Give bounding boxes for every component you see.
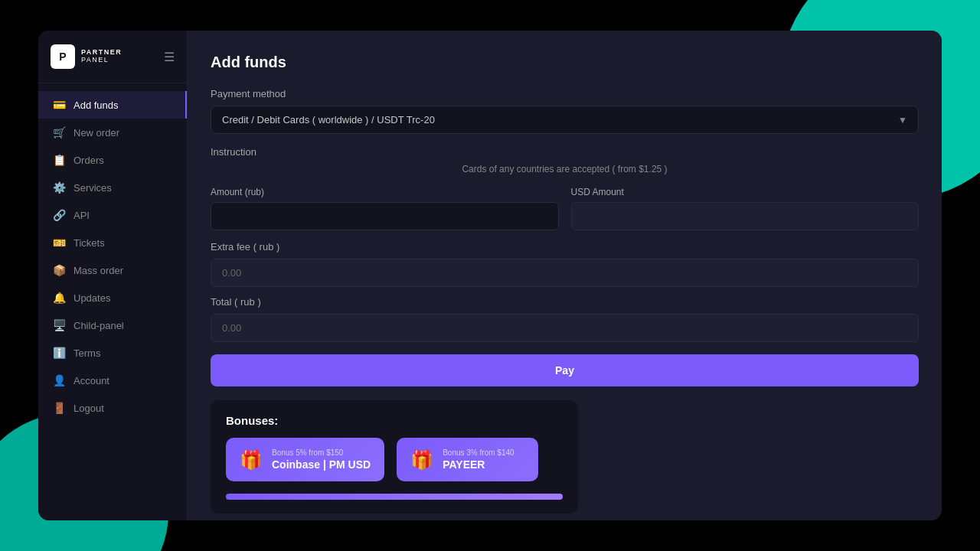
bonuses-section: Bonuses: 🎁 Bonus 5% from $150 Coinbase |… xyxy=(211,400,578,514)
instruction-label: Instruction xyxy=(211,146,919,158)
sidebar-header: P PARTNER PANEL ☰ xyxy=(38,31,187,83)
terms-icon: ℹ️ xyxy=(52,347,66,359)
sidebar-item-updates[interactable]: 🔔 Updates xyxy=(38,284,187,311)
new-order-icon: 🛒 xyxy=(52,126,66,139)
sidebar-nav: 💳 Add funds 🛒 New order 📋 Orders ⚙️ Serv… xyxy=(38,83,187,520)
mass-order-icon: 📦 xyxy=(52,264,66,276)
bonus-card-payeer[interactable]: 🎁 Bonus 3% from $140 PAYEER xyxy=(397,438,538,481)
services-icon: ⚙️ xyxy=(52,181,66,194)
extra-fee-section: Extra fee ( rub ) xyxy=(211,241,919,287)
bonus-card-coinbase[interactable]: 🎁 Bonus 5% from $150 Coinbase | PM USD xyxy=(226,438,384,481)
orders-icon: 📋 xyxy=(52,154,66,166)
bonus-info-payeer: Bonus 3% from $140 PAYEER xyxy=(443,448,514,471)
total-section: Total ( rub ) xyxy=(211,296,919,342)
sidebar-item-updates-label: Updates xyxy=(74,292,110,304)
sidebar-item-services-label: Services xyxy=(74,182,112,194)
payment-method-selected: Credit / Debit Cards ( worldwide ) / USD… xyxy=(222,114,435,126)
bonuses-title: Bonuses: xyxy=(226,414,563,427)
sidebar-item-logout-label: Logout xyxy=(74,403,104,414)
bonus-payeer-name: PAYEER xyxy=(443,458,514,471)
usd-amount-group: USD Amount xyxy=(571,187,920,230)
sidebar-item-child-panel[interactable]: 🖥️ Child-panel xyxy=(38,311,187,339)
logo-icon: P xyxy=(51,44,75,69)
child-panel-icon: 🖥️ xyxy=(52,319,66,331)
instruction-text: Cards of any countries are accepted ( fr… xyxy=(211,164,919,174)
total-label: Total ( rub ) xyxy=(211,296,919,308)
usd-amount-label: USD Amount xyxy=(571,187,920,197)
usd-amount-input[interactable] xyxy=(571,202,920,230)
sidebar: P PARTNER PANEL ☰ 💳 Add funds 🛒 New orde… xyxy=(38,31,188,520)
amount-rub-group: Amount (rub) xyxy=(211,187,559,230)
sidebar-item-add-funds[interactable]: 💳 Add funds xyxy=(38,91,187,119)
payment-method-label: Payment method xyxy=(211,88,919,99)
instruction-section: Instruction Cards of any countries are a… xyxy=(211,146,919,174)
chevron-down-icon: ▼ xyxy=(898,115,907,126)
bonus-info-coinbase: Bonus 5% from $150 Coinbase | PM USD xyxy=(272,448,371,471)
logout-icon: 🚪 xyxy=(52,402,66,414)
bonus-payeer-sub: Bonus 3% from $140 xyxy=(443,448,514,457)
sidebar-item-mass-order[interactable]: 📦 Mass order xyxy=(38,256,187,284)
tickets-icon: 🎫 xyxy=(52,236,66,249)
extra-fee-label: Extra fee ( rub ) xyxy=(211,241,919,253)
sidebar-item-account-label: Account xyxy=(74,375,109,386)
sidebar-item-logout[interactable]: 🚪 Logout xyxy=(38,394,187,422)
logo-area: P PARTNER PANEL xyxy=(51,44,122,69)
extra-fee-input xyxy=(211,259,919,287)
sidebar-item-new-order[interactable]: 🛒 New order xyxy=(38,119,187,146)
main-content: Add funds Payment method Credit / Debit … xyxy=(188,31,942,520)
total-input xyxy=(211,314,919,342)
sidebar-item-child-panel-label: Child-panel xyxy=(74,320,124,331)
app-container: P PARTNER PANEL ☰ 💳 Add funds 🛒 New orde… xyxy=(38,31,942,520)
bonus-coinbase-name: Coinbase | PM USD xyxy=(272,458,371,471)
hamburger-icon[interactable]: ☰ xyxy=(164,50,175,64)
logo-text: PARTNER PANEL xyxy=(81,49,122,64)
updates-icon: 🔔 xyxy=(52,292,66,304)
sidebar-item-account[interactable]: 👤 Account xyxy=(38,367,187,394)
gift-icon-coinbase: 🎁 xyxy=(240,449,263,471)
sidebar-item-mass-order-label: Mass order xyxy=(74,265,123,276)
logo-panel-text: PANEL xyxy=(81,57,122,64)
amount-row: Amount (rub) USD Amount xyxy=(211,187,919,230)
sidebar-item-tickets-label: Tickets xyxy=(74,237,105,249)
add-funds-icon: 💳 xyxy=(52,99,66,111)
bonus-cards: 🎁 Bonus 5% from $150 Coinbase | PM USD 🎁… xyxy=(226,438,563,481)
pay-button[interactable]: Pay xyxy=(211,354,919,386)
bonus-coinbase-sub: Bonus 5% from $150 xyxy=(272,448,371,457)
payment-method-dropdown[interactable]: Credit / Debit Cards ( worldwide ) / USD… xyxy=(211,106,919,134)
sidebar-item-tickets[interactable]: 🎫 Tickets xyxy=(38,229,187,256)
amount-rub-input[interactable] xyxy=(211,202,559,230)
sidebar-item-orders[interactable]: 📋 Orders xyxy=(38,146,187,174)
amount-rub-label: Amount (rub) xyxy=(211,187,559,197)
gift-icon-payeer: 🎁 xyxy=(410,449,433,471)
sidebar-item-services[interactable]: ⚙️ Services xyxy=(38,174,187,201)
sidebar-item-api[interactable]: 🔗 API xyxy=(38,201,187,229)
sidebar-item-orders-label: Orders xyxy=(74,155,104,166)
sidebar-item-add-funds-label: Add funds xyxy=(74,99,119,111)
bottom-bar-hint xyxy=(226,494,563,500)
sidebar-item-api-label: API xyxy=(74,210,90,221)
page-title: Add funds xyxy=(211,54,919,71)
sidebar-item-terms[interactable]: ℹ️ Terms xyxy=(38,339,187,367)
api-icon: 🔗 xyxy=(52,209,66,221)
account-icon: 👤 xyxy=(52,374,66,386)
sidebar-item-terms-label: Terms xyxy=(74,347,100,359)
sidebar-item-new-order-label: New order xyxy=(74,127,119,139)
